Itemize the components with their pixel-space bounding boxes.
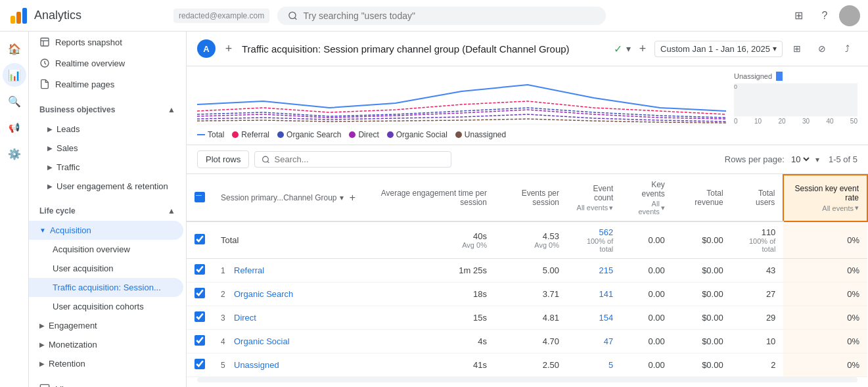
select-all-checkbox[interactable] (194, 192, 205, 202)
sidebar-section-lifecycle[interactable]: Life cycle ▲ (29, 201, 186, 221)
plot-rows-button[interactable]: Plot rows (197, 150, 249, 168)
sidebar-item-sales[interactable]: ▶ Sales (29, 139, 186, 158)
svg-rect-2 (22, 8, 27, 24)
apps-icon-button[interactable]: ⊞ (787, 4, 810, 28)
date-range-picker[interactable]: Custom Jan 1 - Jan 16, 2025 ▾ (654, 41, 783, 57)
chevron-down-rows: ▾ (815, 155, 819, 164)
help-icon-button[interactable]: ? (813, 4, 836, 28)
table-row: 5 Unassigned 41s 2.50 5 0.00 $0.00 2 0% (187, 353, 867, 377)
legend-item-total[interactable]: Total (197, 130, 224, 139)
sidebar-item-user-acquisition-cohorts[interactable]: User acquisition cohorts (29, 297, 186, 316)
row-channel-2[interactable]: Direct (234, 313, 256, 323)
row-1-checkbox[interactable] (194, 288, 205, 298)
add-col-button[interactable]: + (346, 191, 359, 204)
reports-snapshot-icon (39, 37, 50, 47)
add-to-report-button[interactable]: + (635, 41, 651, 57)
sidebar-item-leads[interactable]: ▶ Leads (29, 120, 186, 139)
acquisition-overview-label: Acquisition overview (53, 244, 130, 254)
nav-icon-home[interactable]: 🏠 (3, 37, 26, 60)
row-rank-2: 3 (221, 313, 231, 323)
sidebar-item-user-acquisition[interactable]: User acquisition (29, 259, 186, 278)
library-icon (39, 384, 50, 387)
legend-item-organic-social[interactable]: Organic Social (387, 130, 447, 139)
library-label: Library (55, 384, 81, 388)
nav-icon-advertising[interactable]: 📢 (3, 116, 26, 139)
account-avatar[interactable] (839, 5, 860, 26)
sidebar-item-reports-snapshot[interactable]: Reports snapshot (29, 32, 186, 53)
data-table: Session primary...Channel Group ▾ + Aver… (187, 174, 868, 377)
legend-label-direct: Direct (358, 130, 378, 139)
col-header-session-key-event-rate[interactable]: Session key event rate All events ▾ (783, 175, 867, 221)
table-search-bar[interactable] (254, 151, 451, 168)
svg-line-12 (268, 161, 269, 162)
legend-item-referral[interactable]: Referral (232, 130, 269, 139)
total-row-checkbox[interactable] (194, 234, 205, 244)
sidebar-item-library[interactable]: Library (29, 378, 186, 387)
row-2-checkbox[interactable] (194, 311, 205, 322)
chevron-right-icon-eng: ▶ (39, 322, 45, 329)
search-input[interactable] (303, 11, 595, 21)
svg-rect-0 (11, 16, 15, 24)
nav-icon-reports[interactable]: 📊 (3, 63, 26, 87)
engagement-label: Engagement (49, 321, 97, 330)
table-search-input[interactable] (275, 154, 445, 164)
sidebar-item-traffic-acquisition[interactable]: Traffic acquisition: Session... (29, 278, 183, 297)
add-report-button[interactable]: + (221, 41, 237, 57)
sidebar-item-acquisition[interactable]: ▼ Acquisition (29, 221, 183, 240)
nav-icon-explore[interactable]: 🔍 (3, 89, 26, 113)
sidebar-item-realtime-overview[interactable]: Realtime overview (29, 53, 186, 74)
col-header-event-count[interactable]: Event count All events ▾ (567, 175, 621, 221)
nav-icon-configure[interactable]: ⚙️ (3, 142, 26, 166)
row-rank-0: 1 (221, 266, 231, 275)
table-search-icon (262, 155, 270, 164)
row-0-checkbox[interactable] (194, 264, 205, 275)
report-avatar: A (197, 39, 216, 58)
user-acquisition-label: User acquisition (53, 263, 114, 273)
right-bar-chart: Unassigned 0 01020304050 (726, 72, 857, 127)
legend-item-organic-search[interactable]: Organic Search (277, 130, 341, 139)
col-header-channel[interactable]: Session primary...Channel Group ▾ + (213, 175, 367, 221)
total-key-events-cell: 0.00 (621, 221, 673, 259)
business-objectives-label: Business objectives (39, 105, 115, 114)
share-icon-button[interactable]: ⤴ (836, 38, 857, 59)
horizontal-scrollbar[interactable] (197, 377, 857, 382)
svg-line-4 (295, 17, 297, 19)
user-acquisition-cohorts-label: User acquisition cohorts (53, 302, 144, 311)
verified-dropdown-button[interactable]: ▾ (626, 43, 631, 54)
leads-label: Leads (57, 124, 80, 134)
sidebar-item-realtime-pages[interactable]: Realtime pages (29, 74, 186, 95)
legend-item-unassigned[interactable]: Unassigned (455, 130, 506, 139)
row-channel-0[interactable]: Referral (234, 265, 264, 275)
top-bar-actions: ⊞ ? (787, 4, 860, 28)
row-channel-4[interactable]: Unassigned (234, 360, 279, 370)
search-bar[interactable] (277, 7, 606, 25)
sidebar: Reports snapshot Realtime overview Realt… (29, 32, 187, 387)
sidebar-item-user-engagement[interactable]: ▶ User engagement & retention (29, 177, 186, 196)
row-channel-3[interactable]: Organic Social (234, 336, 290, 346)
sidebar-section-business-objectives[interactable]: Business objectives ▲ (29, 100, 186, 120)
sidebar-item-acquisition-overview[interactable]: Acquisition overview (29, 240, 186, 259)
svg-rect-9 (40, 384, 49, 387)
total-event-count-cell: 562 100% of total (567, 221, 621, 259)
account-chip[interactable]: redacted@example.com (173, 9, 269, 23)
chart-legend: Total Referral Organic Search Direct Org… (197, 127, 857, 142)
sidebar-label-realtime-pages: Realtime pages (55, 80, 114, 89)
sidebar-item-retention[interactable]: ▶ Retention (29, 354, 186, 373)
realtime-icon (39, 58, 50, 68)
sidebar-item-engagement[interactable]: ▶ Engagement (29, 316, 186, 335)
row-3-checkbox[interactable] (194, 335, 205, 346)
sidebar-item-traffic[interactable]: ▶ Traffic (29, 158, 186, 177)
row-channel-1[interactable]: Organic Search (234, 289, 293, 299)
row-4-checkbox[interactable] (194, 359, 205, 369)
settings-icon-button[interactable]: ⊘ (811, 38, 833, 59)
rows-per-page-select[interactable]: 10 25 50 (788, 154, 811, 165)
sidebar-item-monetization[interactable]: ▶ Monetization (29, 335, 186, 354)
search-icon (288, 11, 298, 21)
legend-item-direct[interactable]: Direct (349, 130, 378, 139)
col-header-key-events[interactable]: Key events All events ▾ (621, 175, 673, 221)
compare-icon-button[interactable]: ⊞ (787, 38, 808, 59)
col-avg-engagement-label: Average engagement time per session (381, 189, 487, 207)
icon-bar: 🏠 📊 🔍 📢 ⚙️ (0, 32, 29, 387)
col-session-key-event-rate-label: Session key event rate (792, 184, 859, 202)
row-rank-4: 5 (221, 361, 231, 370)
